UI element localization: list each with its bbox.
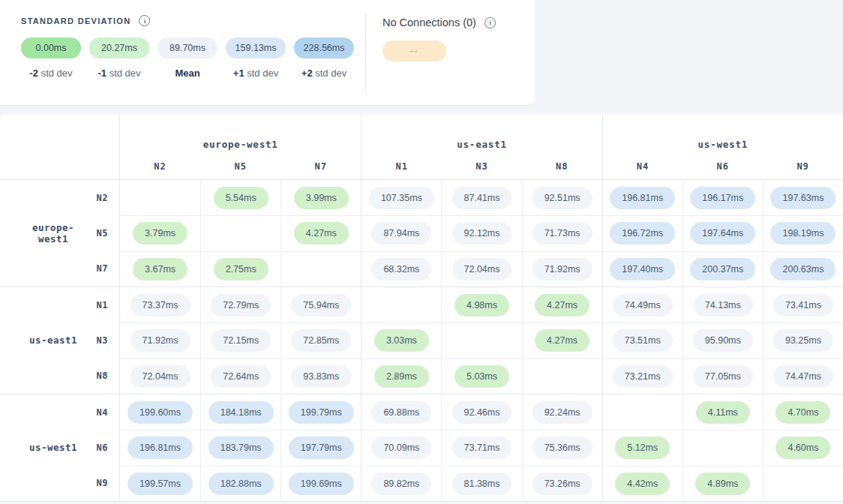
latency-pill[interactable]: 196.81ms bbox=[610, 187, 675, 209]
latency-pill[interactable]: 196.17ms bbox=[690, 187, 755, 209]
latency-pill[interactable]: 68.32ms bbox=[371, 258, 431, 280]
latency-pill[interactable]: 107.35ms bbox=[369, 187, 434, 209]
no-connections-pill: -- bbox=[382, 40, 446, 62]
latency-pill[interactable]: 75.94ms bbox=[291, 294, 351, 316]
latency-pill[interactable]: 71.92ms bbox=[130, 329, 190, 352]
latency-pill[interactable]: 197.79ms bbox=[289, 436, 354, 459]
legend-pill: 89.70ms bbox=[158, 38, 218, 58]
latency-pill[interactable]: 74.47ms bbox=[773, 365, 833, 388]
latency-pill[interactable]: 72.64ms bbox=[211, 365, 271, 388]
latency-pill[interactable]: 87.41ms bbox=[452, 187, 512, 209]
latency-pill[interactable]: 72.85ms bbox=[291, 329, 351, 352]
matrix-cell: 87.41ms bbox=[441, 180, 521, 215]
latency-pill[interactable]: 196.72ms bbox=[610, 222, 675, 244]
latency-pill[interactable]: 199.57ms bbox=[128, 472, 193, 495]
latency-pill[interactable]: 95.90ms bbox=[693, 329, 753, 352]
latency-pill[interactable]: 72.15ms bbox=[211, 329, 271, 352]
latency-pill[interactable]: 200.63ms bbox=[770, 258, 836, 280]
latency-pill[interactable]: 70.09ms bbox=[371, 436, 431, 459]
row-group-us-west1: N4199.60ms184.18ms199.79ms69.88ms92.46ms… bbox=[0, 394, 843, 501]
row-label-cell: N7 bbox=[0, 251, 120, 286]
latency-pill[interactable]: 197.64ms bbox=[690, 222, 755, 244]
matrix-cell: 71.73ms bbox=[522, 215, 602, 250]
latency-pill[interactable]: 196.81ms bbox=[128, 436, 193, 459]
latency-pill[interactable]: 71.73ms bbox=[532, 222, 592, 244]
latency-pill[interactable]: 89.82ms bbox=[371, 472, 431, 495]
latency-pill[interactable]: 92.51ms bbox=[532, 187, 592, 209]
latency-pill[interactable]: 69.88ms bbox=[371, 401, 431, 424]
latency-pill[interactable]: 92.24ms bbox=[532, 401, 592, 424]
latency-pill[interactable]: 4.98ms bbox=[454, 294, 509, 316]
legend-divider bbox=[365, 14, 366, 92]
latency-pill[interactable]: 4.60ms bbox=[776, 436, 830, 459]
latency-pill[interactable]: 5.54ms bbox=[214, 187, 268, 209]
matrix-cell: 199.57ms bbox=[120, 466, 200, 501]
latency-pill[interactable]: 5.03ms bbox=[454, 365, 509, 388]
latency-pill[interactable]: 75.36ms bbox=[532, 436, 592, 459]
info-icon[interactable]: i bbox=[139, 15, 150, 26]
latency-pill[interactable]: 3.03ms bbox=[374, 329, 429, 352]
latency-pill[interactable]: 3.79ms bbox=[133, 222, 188, 244]
matrix-cell: 4.60ms bbox=[763, 430, 843, 465]
latency-pill[interactable]: 199.79ms bbox=[289, 401, 354, 424]
latency-pill[interactable]: 71.92ms bbox=[532, 258, 592, 280]
latency-pill[interactable]: 81.38ms bbox=[452, 472, 512, 495]
latency-pill[interactable]: 4.42ms bbox=[615, 472, 670, 495]
latency-pill[interactable]: 200.37ms bbox=[690, 258, 755, 280]
row-label-cell: europe-west1N5 bbox=[0, 215, 120, 250]
latency-pill[interactable]: 4.11ms bbox=[696, 401, 750, 424]
column-region-title: europe-west1 bbox=[120, 139, 361, 150]
latency-pill[interactable]: 73.71ms bbox=[452, 436, 512, 459]
matrix-cell: 3.99ms bbox=[280, 180, 361, 215]
matrix-cell: 77.05ms bbox=[682, 358, 763, 394]
latency-pill[interactable]: 199.60ms bbox=[128, 401, 193, 424]
latency-pill[interactable]: 5.12ms bbox=[615, 436, 670, 459]
latency-pill[interactable]: 74.13ms bbox=[693, 294, 753, 316]
latency-pill[interactable]: 3.67ms bbox=[133, 258, 188, 280]
latency-pill[interactable]: 73.51ms bbox=[613, 329, 673, 352]
latency-pill[interactable]: 2.75ms bbox=[214, 258, 268, 280]
matrix-cell: 72.15ms bbox=[200, 322, 280, 358]
latency-pill[interactable]: 4.27ms bbox=[294, 222, 349, 244]
latency-pill[interactable]: 74.49ms bbox=[613, 294, 673, 316]
row-region-label: us-west1 bbox=[21, 442, 86, 453]
latency-pill[interactable]: 73.37ms bbox=[130, 294, 190, 316]
info-icon[interactable]: i bbox=[484, 17, 496, 28]
latency-pill[interactable]: 4.27ms bbox=[535, 294, 590, 316]
latency-pill[interactable]: 3.99ms bbox=[294, 187, 349, 209]
column-header-N7: N7 bbox=[280, 161, 361, 172]
latency-pill[interactable]: 73.26ms bbox=[532, 472, 592, 495]
matrix-cell: 2.89ms bbox=[361, 358, 441, 394]
latency-pill[interactable]: 93.25ms bbox=[773, 329, 833, 352]
latency-pill[interactable]: 4.27ms bbox=[535, 329, 590, 352]
latency-pill[interactable]: 4.89ms bbox=[695, 472, 750, 495]
latency-pill[interactable]: 72.04ms bbox=[452, 258, 512, 280]
latency-pill[interactable]: 2.89ms bbox=[374, 365, 429, 388]
matrix-cell: 196.17ms bbox=[682, 180, 763, 215]
latency-pill[interactable]: 73.41ms bbox=[773, 294, 833, 316]
matrix-cell: 72.85ms bbox=[280, 322, 361, 358]
latency-pill[interactable]: 182.88ms bbox=[208, 472, 274, 495]
matrix-cell: 92.46ms bbox=[441, 394, 521, 430]
latency-pill[interactable]: 87.94ms bbox=[371, 222, 431, 244]
latency-pill[interactable]: 72.79ms bbox=[211, 294, 271, 316]
latency-pill[interactable]: 77.05ms bbox=[693, 365, 753, 388]
legend-label-prefix: +1 bbox=[233, 68, 244, 79]
latency-pill[interactable]: 197.40ms bbox=[610, 258, 675, 280]
latency-pill[interactable]: 73.21ms bbox=[613, 365, 673, 388]
latency-pill[interactable]: 92.46ms bbox=[452, 401, 512, 424]
latency-pill[interactable]: 197.63ms bbox=[770, 187, 836, 209]
latency-pill[interactable]: 183.79ms bbox=[208, 436, 274, 459]
latency-pill[interactable]: 198.19ms bbox=[770, 222, 836, 244]
legend-pill: 159.13ms bbox=[226, 38, 286, 58]
matrix-cell: 72.04ms bbox=[441, 251, 521, 286]
latency-pill[interactable]: 72.04ms bbox=[130, 365, 190, 388]
latency-pill[interactable]: 199.69ms bbox=[289, 472, 354, 495]
column-group-us-east1: us-east1N1N3N8 bbox=[361, 115, 602, 179]
latency-pill[interactable]: 4.70ms bbox=[776, 401, 830, 424]
latency-pill[interactable]: 93.83ms bbox=[291, 365, 351, 388]
latency-pill[interactable]: 184.18ms bbox=[208, 401, 274, 424]
latency-pill[interactable]: 92.12ms bbox=[452, 222, 512, 244]
legend-pill-row: 0.00ms20.27ms89.70ms159.13ms228.56ms bbox=[21, 38, 354, 58]
matrix-cell: 196.72ms bbox=[602, 215, 682, 250]
